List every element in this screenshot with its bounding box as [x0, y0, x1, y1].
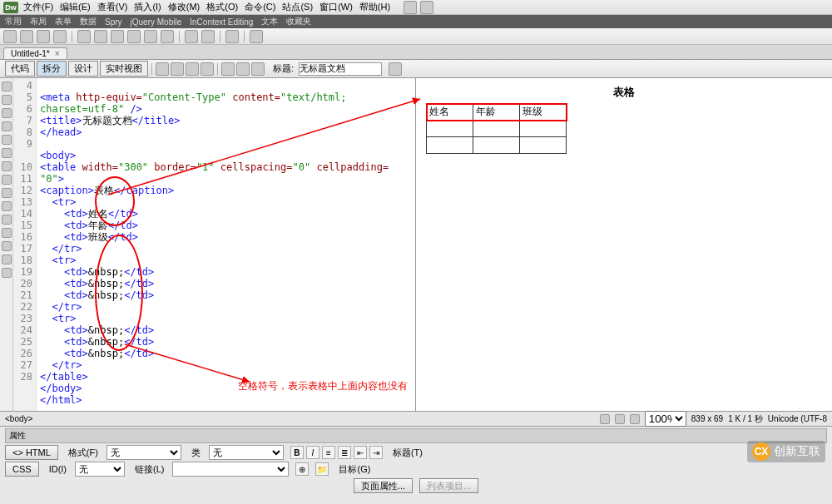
cat-forms[interactable]: 表单 [55, 16, 72, 27]
cat-data[interactable]: 数据 [80, 16, 97, 27]
preview-header-row[interactable]: 姓名 年龄 班级 [427, 104, 567, 121]
tag-chooser-icon[interactable] [250, 30, 263, 43]
outdent-icon[interactable] [2, 254, 12, 264]
preview-row[interactable] [427, 137, 567, 154]
document-title-input[interactable] [299, 62, 382, 76]
server-include-icon[interactable] [144, 30, 157, 43]
widget-icon[interactable] [111, 30, 124, 43]
window-dimensions[interactable]: 839 x 69 [691, 414, 723, 423]
view-split-button[interactable]: 拆分 [37, 61, 67, 77]
menu-edit[interactable]: 编辑(E) [60, 1, 91, 13]
comment-icon[interactable] [161, 30, 174, 43]
preview-cell[interactable] [520, 137, 567, 154]
cat-common[interactable]: 常用 [5, 16, 22, 27]
menu-format[interactable]: 格式(O) [206, 1, 238, 13]
refresh-icon[interactable] [251, 62, 265, 76]
cat-layout[interactable]: 布局 [30, 16, 47, 27]
collapse-icon[interactable] [2, 95, 12, 105]
media-icon[interactable] [94, 30, 107, 43]
expand-icon[interactable] [2, 108, 12, 118]
menu-file[interactable]: 文件(F) [23, 1, 53, 13]
ol-button[interactable]: ≣ [338, 446, 351, 459]
date-icon[interactable] [127, 30, 141, 43]
browser-nav-icon[interactable] [201, 62, 214, 76]
live-code-icon[interactable] [171, 62, 184, 76]
design-preview-pane[interactable]: 表格 姓名 年龄 班级 [416, 78, 832, 411]
code-editor[interactable]: 4567891011121314151617181920212223242526… [13, 78, 415, 411]
preview-row[interactable] [427, 121, 567, 137]
anchor-icon[interactable] [37, 30, 50, 43]
preview-cell[interactable] [473, 137, 520, 154]
preview-table[interactable]: 姓名 年龄 班级 [426, 103, 567, 154]
word-wrap-icon[interactable] [2, 148, 12, 158]
preview-cell[interactable]: 年龄 [473, 104, 520, 121]
preview-cell[interactable]: 姓名 [427, 104, 473, 121]
server-debug-icon[interactable] [156, 62, 169, 76]
templates-icon[interactable] [225, 30, 239, 43]
preview-browser-icon[interactable] [236, 62, 250, 76]
preview-cell[interactable] [427, 121, 473, 137]
page-properties-button[interactable]: 页面属性... [354, 478, 413, 493]
select-tool-icon[interactable] [600, 414, 610, 424]
document-tab[interactable]: Untitled-1* × [3, 47, 67, 59]
validate-icon[interactable] [389, 62, 402, 76]
file-mgmt-icon[interactable] [221, 62, 235, 76]
id-select[interactable]: 无 [75, 462, 125, 477]
menu-commands[interactable]: 命令(C) [245, 1, 275, 13]
tag-selector[interactable]: <body> [5, 414, 32, 423]
indent-button[interactable]: ⇥ [369, 446, 383, 459]
link-select[interactable] [172, 462, 289, 477]
view-code-button[interactable]: 代码 [5, 61, 35, 77]
open-docs-icon[interactable] [2, 82, 12, 91]
browse-file-icon[interactable]: 📁 [315, 462, 329, 476]
line-numbers-icon[interactable] [2, 121, 12, 131]
css-props-button[interactable]: CSS [5, 462, 39, 477]
ul-button[interactable]: ≡ [322, 446, 335, 459]
preview-cell[interactable] [427, 137, 473, 154]
layout-dropdown-icon[interactable] [404, 1, 417, 14]
wrap-tag-icon[interactable] [2, 201, 12, 211]
format-select[interactable]: 无 [106, 445, 181, 460]
zoom-select[interactable]: 100% [645, 411, 686, 427]
tab-close-icon[interactable]: × [55, 49, 60, 58]
menu-window[interactable]: 窗口(W) [319, 1, 353, 13]
menu-insert[interactable]: 插入(I) [134, 1, 161, 13]
outdent-button[interactable]: ⇤ [354, 446, 367, 459]
preview-cell[interactable]: 班级 [520, 104, 567, 121]
italic-button[interactable]: I [306, 446, 319, 459]
inspect-icon[interactable] [186, 62, 199, 76]
cat-text[interactable]: 文本 [261, 16, 278, 27]
bold-button[interactable]: B [290, 446, 304, 459]
indent-icon[interactable] [2, 241, 12, 251]
image-icon[interactable] [77, 30, 91, 43]
properties-header[interactable]: 属性 [5, 428, 827, 443]
cat-incontext[interactable]: InContext Editing [190, 17, 253, 27]
hyperlink-icon[interactable] [3, 30, 17, 43]
format-code-icon[interactable] [2, 268, 12, 278]
menu-modify[interactable]: 修改(M) [168, 1, 201, 13]
cat-spry[interactable]: Spry [105, 17, 122, 27]
menu-help[interactable]: 帮助(H) [359, 1, 390, 13]
div-icon[interactable] [53, 30, 67, 43]
code-text[interactable]: <meta http-equiv="Content-Type" content=… [37, 78, 415, 411]
cat-jquery[interactable]: jQuery Mobile [131, 17, 182, 27]
zoom-tool-icon[interactable] [630, 414, 640, 424]
search-icon[interactable] [420, 1, 433, 14]
recent-snippets-icon[interactable] [2, 215, 12, 225]
view-design-button[interactable]: 设计 [68, 61, 98, 77]
cat-fav[interactable]: 收藏夹 [286, 16, 311, 27]
head-icon[interactable] [185, 30, 198, 43]
class-select[interactable]: 无 [209, 445, 284, 460]
email-link-icon[interactable] [20, 30, 33, 43]
view-live-button[interactable]: 实时视图 [100, 61, 148, 77]
move-css-icon[interactable] [2, 228, 12, 238]
menu-site[interactable]: 站点(S) [282, 1, 313, 13]
script-icon[interactable] [201, 30, 215, 43]
preview-cell[interactable] [473, 121, 520, 137]
remove-comment-icon[interactable] [2, 188, 12, 198]
html-props-button[interactable]: <> HTML [5, 445, 58, 460]
highlight-icon[interactable] [2, 135, 12, 145]
apply-comment-icon[interactable] [2, 175, 12, 185]
point-to-file-icon[interactable]: ⊕ [295, 462, 309, 476]
preview-cell[interactable] [520, 121, 567, 137]
